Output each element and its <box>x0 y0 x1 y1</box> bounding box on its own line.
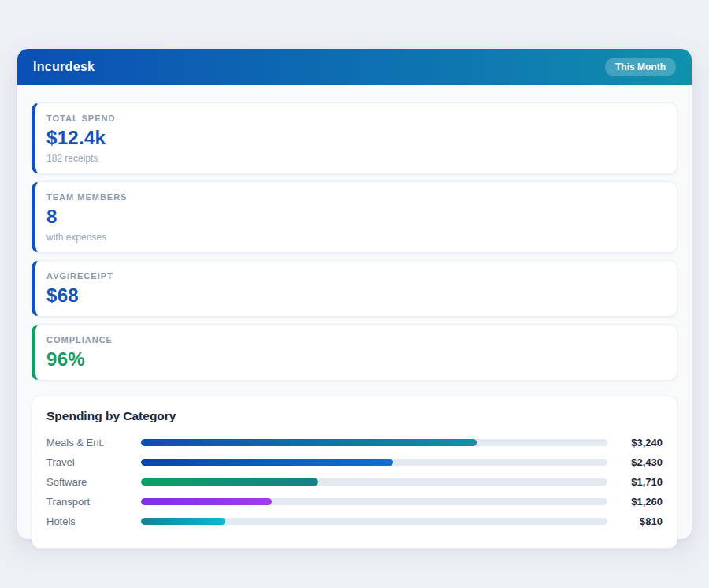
category-label: Transport <box>46 496 141 508</box>
stat-label: AVG/RECEIPT <box>46 271 664 281</box>
stat-value: $68 <box>46 285 664 307</box>
stat-card: TEAM MEMBERS 8 with expenses <box>32 181 677 253</box>
chart-title: Spending by Category <box>46 409 663 423</box>
dashboard-content: TOTAL SPEND $12.4k 182 receipts TEAM MEM… <box>17 85 692 549</box>
stat-label: TOTAL SPEND <box>46 114 664 123</box>
spending-by-category-card: Spending by Category Meals & Ent.$3,240T… <box>32 396 677 549</box>
category-label: Travel <box>46 456 141 468</box>
period-badge[interactable]: This Month <box>605 58 676 76</box>
stat-label: COMPLIANCE <box>46 335 664 344</box>
dashboard-panel: Incurdesk This Month TOTAL SPEND $12.4k … <box>17 49 692 539</box>
app-title: Incurdesk <box>33 60 95 74</box>
category-row: Meals & Ent.$3,240 <box>46 433 663 452</box>
bar-track <box>141 518 607 525</box>
category-bar-list: Meals & Ent.$3,240Travel$2,430Software$1… <box>46 433 663 531</box>
bar-fill <box>141 459 393 466</box>
bar-track <box>141 459 607 466</box>
category-value: $3,240 <box>607 437 663 448</box>
category-row: Hotels$810 <box>46 512 663 531</box>
stat-label: TEAM MEMBERS <box>46 192 664 202</box>
category-label: Meals & Ent. <box>46 437 141 448</box>
stat-card: COMPLIANCE 96% <box>32 324 677 381</box>
category-value: $810 <box>607 515 663 527</box>
category-row: Travel$2,430 <box>46 452 663 472</box>
bar-track <box>141 478 607 486</box>
stat-subtitle: with expenses <box>46 232 664 243</box>
bar-track <box>141 498 607 505</box>
category-label: Hotels <box>46 515 141 527</box>
category-row: Software$1,710 <box>46 472 663 492</box>
stat-value: 8 <box>46 206 664 228</box>
bar-fill <box>141 518 225 525</box>
stat-value: 96% <box>46 348 664 370</box>
app-header: Incurdesk This Month <box>17 49 692 85</box>
bar-fill <box>141 439 477 446</box>
bar-fill <box>141 498 272 505</box>
stat-subtitle: 182 receipts <box>46 153 664 164</box>
stat-card: TOTAL SPEND $12.4k 182 receipts <box>32 102 677 174</box>
category-value: $1,710 <box>607 476 663 488</box>
bar-track <box>141 439 607 446</box>
bar-fill <box>141 478 318 486</box>
stat-card: AVG/RECEIPT $68 <box>32 260 677 317</box>
category-value: $2,430 <box>607 456 663 468</box>
category-row: Transport$1,260 <box>46 492 663 512</box>
stat-value: $12.4k <box>46 127 664 149</box>
category-label: Software <box>46 476 141 488</box>
category-value: $1,260 <box>607 496 663 508</box>
